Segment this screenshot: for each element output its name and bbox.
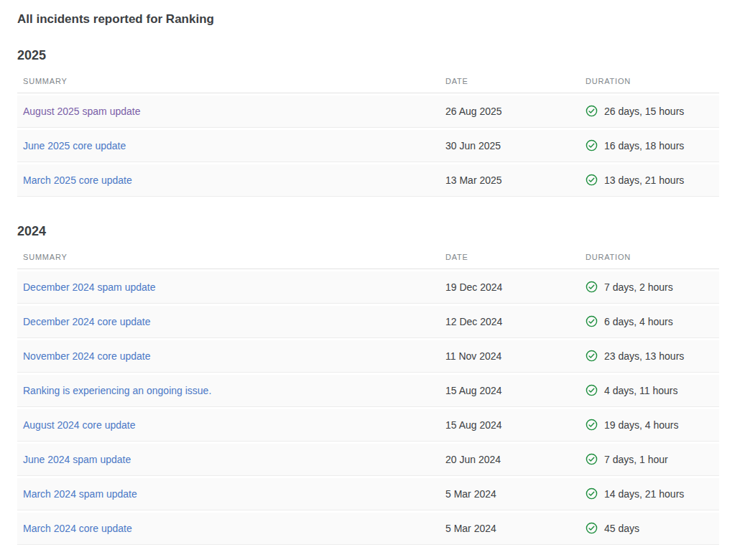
table-row: June 2024 spam update 20 Jun 2024 7 days… [17, 444, 719, 476]
duration-cell: 26 days, 15 hours [586, 105, 719, 117]
incident-link[interactable]: December 2024 spam update [23, 281, 155, 293]
table-row: March 2024 spam update 5 Mar 2024 14 day… [17, 478, 719, 510]
incident-link[interactable]: December 2024 core update [23, 316, 150, 327]
table-rows: August 2025 spam update 26 Aug 2025 26 d… [17, 95, 719, 197]
duration-cell: 45 days [586, 522, 719, 534]
incident-date: 20 Jun 2024 [445, 454, 586, 465]
table-row: December 2024 core update 12 Dec 2024 6 … [17, 306, 719, 338]
check-circle-icon [586, 522, 598, 534]
duration-cell: 7 days, 2 hours [586, 281, 719, 293]
incident-duration: 26 days, 15 hours [604, 106, 684, 117]
check-circle-icon [586, 419, 598, 431]
summary-cell: August 2024 core update [17, 419, 445, 431]
duration-cell: 13 days, 21 hours [586, 174, 719, 186]
table-row: December 2024 spam update 19 Dec 2024 7 … [17, 271, 719, 304]
duration-cell: 6 days, 4 hours [586, 315, 719, 327]
check-circle-icon [586, 281, 598, 293]
incident-duration: 4 days, 11 hours [604, 385, 677, 396]
summary-cell: August 2025 spam update [17, 105, 445, 118]
check-circle-icon [586, 453, 598, 465]
summary-cell: March 2025 core update [17, 174, 445, 187]
summary-cell: June 2024 spam update [17, 453, 445, 466]
check-circle-icon [586, 139, 598, 151]
incident-duration: 7 days, 1 hour [604, 454, 668, 465]
incident-link[interactable]: November 2024 core update [23, 350, 150, 362]
summary-cell: Ranking is experiencing an ongoing issue… [17, 384, 445, 397]
year-heading: 2025 [17, 48, 719, 64]
duration-cell: 14 days, 21 hours [586, 487, 719, 500]
column-header-duration: DURATION [586, 77, 719, 85]
column-header-summary: SUMMARY [17, 253, 445, 261]
summary-cell: March 2024 core update [17, 522, 445, 535]
check-circle-icon [586, 315, 598, 327]
incident-duration: 16 days, 18 hours [604, 140, 684, 151]
incident-date: 11 Nov 2024 [445, 350, 586, 362]
table-rows: December 2024 spam update 19 Dec 2024 7 … [17, 271, 719, 545]
table-row: Ranking is experiencing an ongoing issue… [17, 375, 719, 407]
incident-date: 12 Dec 2024 [445, 316, 586, 327]
incident-date: 15 Aug 2024 [445, 385, 586, 396]
column-header-summary: SUMMARY [17, 77, 445, 85]
incident-date: 19 Dec 2024 [445, 281, 586, 293]
duration-cell: 7 days, 1 hour [586, 453, 719, 465]
incident-duration: 7 days, 2 hours [604, 281, 673, 293]
check-circle-icon [586, 174, 598, 186]
duration-cell: 16 days, 18 hours [586, 139, 719, 151]
check-circle-icon [586, 487, 598, 500]
summary-cell: March 2024 spam update [17, 487, 445, 500]
table-header: SUMMARY DATE DURATION [17, 253, 719, 269]
incident-table: SUMMARY DATE DURATION December 2024 spam… [17, 253, 719, 545]
incident-link[interactable]: March 2024 core update [23, 523, 132, 534]
year-section: 2024 SUMMARY DATE DURATION December 2024… [17, 224, 719, 545]
incident-date: 30 Jun 2025 [445, 140, 586, 151]
summary-cell: November 2024 core update [17, 350, 445, 363]
incident-link[interactable]: August 2025 spam update [23, 106, 140, 117]
incident-duration: 23 days, 13 hours [604, 350, 684, 362]
incident-table: SUMMARY DATE DURATION August 2025 spam u… [17, 77, 719, 197]
column-header-date: DATE [445, 253, 586, 261]
table-row: June 2025 core update 30 Jun 2025 16 day… [17, 130, 719, 162]
incident-link[interactable]: August 2024 core update [23, 419, 135, 431]
incident-date: 5 Mar 2024 [445, 488, 586, 500]
incident-link[interactable]: March 2025 core update [23, 174, 132, 186]
incident-date: 13 Mar 2025 [445, 174, 586, 186]
summary-cell: December 2024 core update [17, 315, 445, 328]
incident-duration: 14 days, 21 hours [604, 488, 684, 500]
table-row: November 2024 core update 11 Nov 2024 23… [17, 340, 719, 373]
summary-cell: December 2024 spam update [17, 281, 445, 294]
table-row: March 2024 core update 5 Mar 2024 45 day… [17, 513, 719, 545]
incident-duration: 13 days, 21 hours [604, 174, 684, 186]
table-row: August 2025 spam update 26 Aug 2025 26 d… [17, 95, 719, 128]
summary-cell: June 2025 core update [17, 139, 445, 152]
incident-duration: 6 days, 4 hours [604, 316, 673, 327]
incident-date: 15 Aug 2024 [445, 419, 586, 431]
page-title: All incidents reported for Ranking [17, 12, 719, 27]
duration-cell: 23 days, 13 hours [586, 350, 719, 362]
duration-cell: 4 days, 11 hours [586, 384, 719, 396]
table-header: SUMMARY DATE DURATION [17, 77, 719, 93]
incidents-page: All incidents reported for Ranking 2025 … [0, 0, 745, 560]
incident-duration: 45 days [604, 523, 639, 534]
check-circle-icon [586, 350, 598, 362]
column-header-duration: DURATION [586, 253, 719, 261]
incident-date: 26 Aug 2025 [445, 106, 586, 117]
check-circle-icon [586, 105, 598, 117]
duration-cell: 19 days, 4 hours [586, 419, 719, 431]
year-heading: 2024 [17, 224, 719, 240]
check-circle-icon [586, 384, 598, 396]
incident-link[interactable]: June 2025 core update [23, 140, 126, 151]
year-section: 2025 SUMMARY DATE DURATION August 2025 s… [17, 48, 719, 197]
table-row: March 2025 core update 13 Mar 2025 13 da… [17, 164, 719, 197]
incident-duration: 19 days, 4 hours [604, 419, 679, 431]
incident-date: 5 Mar 2024 [445, 523, 586, 534]
table-row: August 2024 core update 15 Aug 2024 19 d… [17, 409, 719, 442]
incident-link[interactable]: June 2024 spam update [23, 454, 131, 465]
column-header-date: DATE [445, 77, 586, 85]
incident-link[interactable]: Ranking is experiencing an ongoing issue… [23, 385, 211, 396]
sections: 2025 SUMMARY DATE DURATION August 2025 s… [17, 48, 719, 544]
incident-link[interactable]: March 2024 spam update [23, 488, 137, 500]
